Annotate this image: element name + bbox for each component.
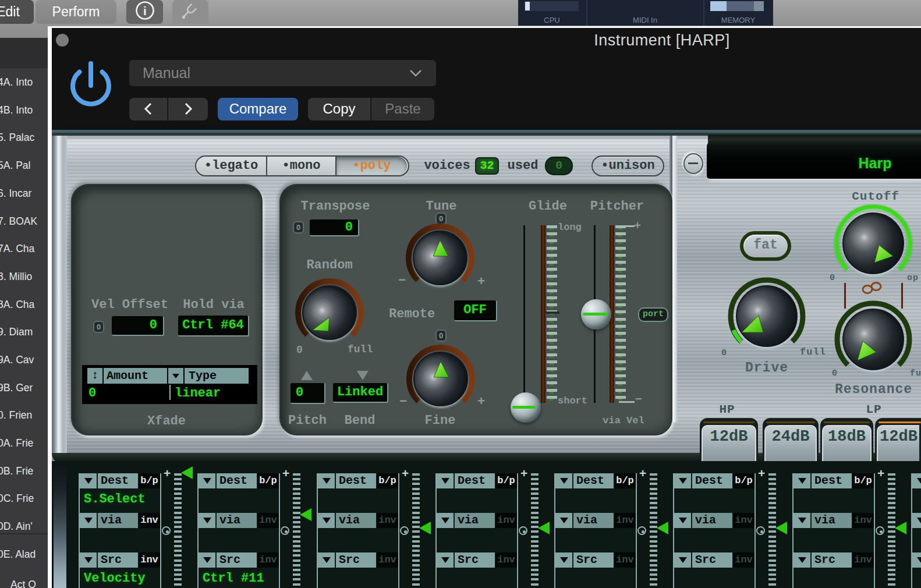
svg-text:i: i (143, 4, 147, 17)
